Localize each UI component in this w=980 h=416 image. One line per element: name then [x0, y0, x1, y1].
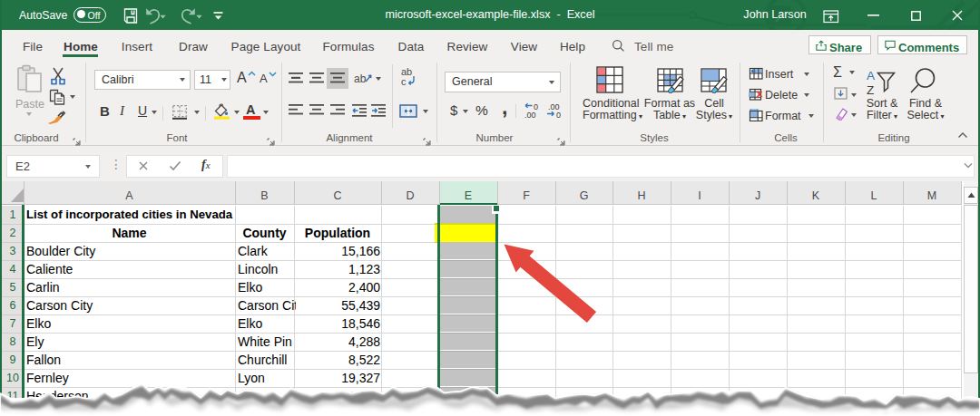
- svg-text:0: 0: [556, 111, 561, 119]
- svg-text:ab: ab: [354, 73, 367, 85]
- svg-text:A: A: [867, 69, 875, 82]
- svg-text:c: c: [401, 76, 407, 87]
- svg-text:.00: .00: [524, 111, 536, 119]
- svg-text:Z: Z: [867, 83, 874, 95]
- svg-text:0: 0: [534, 102, 538, 111]
